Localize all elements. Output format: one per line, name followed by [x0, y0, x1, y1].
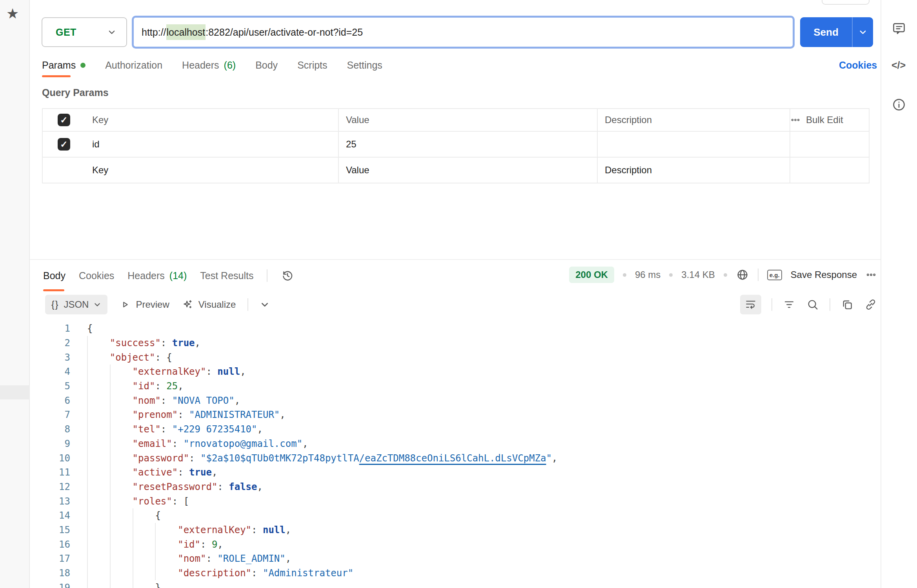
code-line: 10"password": "$2a$10$qTUb0tMK72pT48pytl… [30, 451, 881, 465]
line-number[interactable]: 16 [30, 539, 70, 550]
line-number[interactable]: 13 [30, 496, 70, 507]
line-number[interactable]: 9 [30, 438, 70, 449]
pane-splitter[interactable] [30, 259, 881, 260]
line-number[interactable]: 11 [30, 467, 70, 478]
line-number[interactable]: 1 [30, 323, 70, 334]
indent-guide [87, 523, 88, 537]
tab-label: Authorization [105, 60, 162, 71]
line-number[interactable]: 2 [30, 338, 70, 348]
line-number[interactable]: 17 [30, 553, 70, 564]
response-more-actions-icon[interactable] [866, 269, 877, 280]
indent-guide [110, 422, 111, 437]
indent-guide [110, 480, 111, 494]
comment-icon[interactable] [892, 21, 906, 36]
param-key-input[interactable]: id [85, 132, 339, 157]
indent-guide [87, 437, 88, 451]
partial-toolbar-button[interactable] [822, 0, 870, 5]
search-icon[interactable] [806, 298, 819, 311]
line-number[interactable]: 19 [30, 582, 70, 588]
favorite-star-icon[interactable]: ★ [6, 5, 19, 22]
indent-guide [110, 552, 111, 566]
code-text: "id": 25, [87, 379, 184, 394]
save-response-button[interactable]: Save Response [791, 269, 857, 280]
line-number[interactable]: 18 [30, 568, 70, 579]
response-tab-headers[interactable]: Headers(14) [127, 270, 187, 281]
indent-guide [155, 523, 156, 537]
tab-count-badge: (6) [224, 60, 236, 71]
line-number[interactable]: 12 [30, 481, 70, 492]
active-tab-underline [42, 75, 71, 77]
response-tab-body[interactable]: Body [43, 270, 66, 281]
indent-guide [133, 537, 133, 552]
more-formats-caret[interactable] [260, 300, 269, 309]
line-number[interactable]: 3 [30, 352, 70, 363]
request-tab-settings[interactable]: Settings [347, 60, 382, 71]
request-tab-scripts[interactable]: Scripts [297, 60, 327, 71]
url-input[interactable]: http://localhost:8282/api/user/activate-… [132, 16, 795, 49]
line-number[interactable]: 8 [30, 424, 70, 435]
line-number[interactable]: 15 [30, 524, 70, 535]
indent-guide [110, 494, 111, 508]
send-label: Send [800, 17, 852, 47]
code-text: "nom": "NOVA TOPO", [87, 393, 240, 408]
line-number[interactable]: 10 [30, 453, 70, 464]
line-number[interactable]: 6 [30, 395, 70, 406]
bulk-edit-button[interactable]: Bulk Edit [790, 114, 843, 125]
response-tab-test-results[interactable]: Test Results [200, 270, 253, 281]
param-row: ✓id25 [43, 132, 869, 158]
dot-separator [623, 273, 626, 277]
query-params-rows: ✓id25KeyValueDescription [43, 132, 869, 183]
code-text: "id": 9, [87, 537, 223, 552]
line-number[interactable]: 5 [30, 381, 70, 392]
bulk-edit-cell: Bulk Edit [790, 109, 869, 131]
param-description-input[interactable]: Description [598, 158, 790, 183]
dot-separator [724, 273, 727, 277]
line-number[interactable]: 4 [30, 366, 70, 377]
response-history-icon[interactable] [281, 269, 294, 282]
globe-icon[interactable] [736, 268, 749, 281]
indent-guide [110, 437, 111, 451]
indent-guide [133, 552, 133, 566]
format-select[interactable]: {} JSON [45, 295, 107, 314]
param-value-input[interactable]: 25 [339, 132, 598, 157]
param-checkbox-cell: ✓ [43, 132, 85, 157]
info-icon[interactable] [892, 97, 906, 112]
param-checkbox[interactable]: ✓ [58, 138, 70, 151]
preview-button[interactable]: Preview [119, 299, 169, 310]
code-line: 5"id": 25, [30, 379, 881, 394]
response-tab-cookies[interactable]: Cookies [79, 270, 114, 281]
code-text: "description": "Administrateur" [87, 566, 353, 581]
code-text: "externalKey": null, [87, 365, 246, 379]
link-icon[interactable] [864, 298, 877, 311]
filter-icon[interactable] [782, 298, 796, 311]
copy-icon[interactable] [841, 298, 854, 311]
param-description-input[interactable] [598, 132, 790, 157]
send-button[interactable]: Send [800, 17, 873, 47]
line-number[interactable]: 14 [30, 510, 70, 521]
status-badge[interactable]: 200 OK [569, 267, 614, 283]
request-tab-authorization[interactable]: Authorization [105, 60, 162, 71]
url-highlight: localhost [166, 24, 206, 40]
request-tab-params[interactable]: Params [42, 60, 86, 71]
request-tab-body[interactable]: Body [255, 60, 278, 71]
visualize-button[interactable]: Visualize [181, 298, 236, 311]
cookies-link[interactable]: Cookies [839, 60, 877, 71]
wrap-text-button[interactable] [740, 295, 761, 314]
query-params-title: Query Params [42, 87, 109, 98]
code-snippet-icon[interactable]: </> [892, 60, 906, 74]
code-line: 8"tel": "+229 67235410", [30, 422, 881, 437]
indent-guide [133, 523, 133, 537]
param-key-input[interactable]: Key [85, 158, 339, 183]
indent-guide [87, 365, 88, 379]
indent-guide [155, 537, 156, 552]
method-select[interactable]: GET [42, 17, 127, 47]
line-number[interactable]: 7 [30, 409, 70, 420]
column-description: Description [598, 109, 790, 131]
select-all-checkbox[interactable]: ✓ [58, 114, 70, 126]
param-value-input[interactable]: Value [339, 158, 598, 183]
request-tab-headers[interactable]: Headers(6) [182, 60, 236, 71]
send-options-caret[interactable] [853, 17, 873, 47]
response-status-bar: 200 OK 96 ms 3.14 KB e.g. Save Response [569, 267, 877, 283]
tab-label: Body [255, 60, 278, 71]
indent-guide [87, 580, 88, 588]
